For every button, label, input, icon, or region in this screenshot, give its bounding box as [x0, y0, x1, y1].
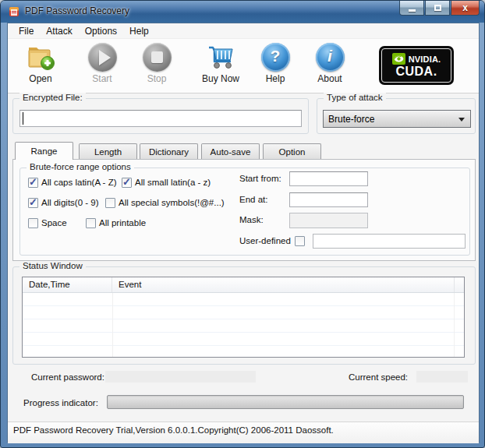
maximize-button[interactable]	[425, 1, 450, 16]
encrypted-file-group: Encrypted File:	[12, 98, 309, 134]
titlebar[interactable]: PDF Password Recovery x	[1, 1, 484, 23]
status-window-group: Status Window Date,Time Event	[12, 266, 476, 365]
brute-force-options-label: Brute-force range options	[27, 162, 134, 171]
maximize-icon	[434, 5, 441, 11]
menu-bar: File Attack Options Help	[8, 23, 479, 39]
open-label: Open	[29, 73, 51, 84]
checkbox-all-caps-latin[interactable]: All caps latin(A - Z)	[28, 177, 117, 188]
brute-force-options-group: Brute-force range options All caps latin…	[19, 168, 470, 256]
encrypted-file-group-label: Encrypted File:	[19, 93, 86, 102]
checkbox-box[interactable]	[122, 178, 132, 188]
table-row	[23, 306, 464, 319]
status-table[interactable]: Date,Time Event	[22, 277, 465, 358]
tab-option[interactable]: Option	[263, 143, 321, 159]
column-header-event[interactable]: Event	[112, 277, 455, 292]
current-speed-label: Current speed:	[349, 372, 408, 382]
tab-range[interactable]: Range	[15, 142, 73, 160]
help-button[interactable]: ? Help	[251, 43, 299, 90]
app-window: PDF Password Recovery x File Attack Opti…	[0, 0, 485, 448]
status-table-header: Date,Time Event	[23, 277, 464, 293]
cuda-product-text: CUDA.	[395, 65, 437, 78]
end-at-label: End at:	[239, 195, 267, 204]
status-bar-text: PDF Password Recovery Trial,Version 6.0.…	[13, 425, 334, 435]
menu-file[interactable]: File	[13, 24, 39, 38]
window-controls: x	[399, 1, 480, 16]
start-label: Start	[92, 73, 112, 84]
stop-icon	[143, 43, 172, 72]
checkbox-all-printable[interactable]: All printable	[86, 217, 146, 228]
progress-bar	[107, 395, 464, 409]
table-row	[23, 319, 464, 333]
menu-options[interactable]: Options	[80, 24, 122, 38]
start-from-input[interactable]	[289, 171, 368, 186]
help-label: Help	[266, 73, 285, 84]
close-button[interactable]: x	[451, 1, 480, 16]
column-divider	[112, 293, 113, 357]
status-window-label: Status Window	[19, 261, 86, 270]
checkbox-all-small-latin[interactable]: All small latin(a - z)	[122, 177, 211, 188]
start-icon	[88, 43, 117, 72]
column-header-datetime[interactable]: Date,Time	[23, 277, 112, 292]
column-header-spacer	[455, 277, 464, 292]
shopping-cart-icon	[204, 43, 237, 72]
user-defined-label: User-defined	[239, 236, 291, 245]
menu-help[interactable]: Help	[124, 24, 154, 38]
checkbox-box[interactable]	[28, 218, 38, 228]
about-label: About	[317, 73, 342, 84]
toolbar: Open Start Stop	[8, 39, 479, 93]
buy-now-button[interactable]: Buy Now	[193, 43, 248, 90]
encrypted-file-input[interactable]	[19, 110, 302, 127]
table-row	[23, 333, 464, 346]
stop-label: Stop	[147, 73, 167, 84]
tab-auto-save[interactable]: Auto-save	[201, 143, 260, 159]
attack-type-dropdown[interactable]: Brute-force	[323, 110, 471, 128]
text-caret	[23, 112, 23, 125]
type-of-attack-group: Type of attack Brute-force	[317, 98, 476, 134]
table-row	[23, 346, 464, 358]
chevron-down-icon	[458, 118, 465, 122]
menu-attack[interactable]: Attack	[41, 24, 77, 38]
start-button[interactable]: Start	[78, 43, 126, 90]
current-password-label: Current password:	[31, 372, 104, 382]
nvidia-cuda-badge: NVIDIA. CUDA.	[379, 46, 454, 85]
checkbox-all-special-symbols[interactable]: All special symbols(!@#...)	[105, 197, 225, 208]
nvidia-brand-text: NVIDIA.	[409, 55, 441, 64]
mask-input[interactable]	[289, 213, 368, 228]
checkbox-box[interactable]	[28, 178, 38, 188]
mask-label: Mask:	[239, 215, 264, 224]
window-title: PDF Password Recovery	[25, 1, 129, 23]
checkbox-box[interactable]	[295, 236, 305, 246]
checkbox-box[interactable]	[105, 198, 115, 208]
user-defined-input[interactable]	[313, 234, 466, 249]
stop-button[interactable]: Stop	[133, 43, 181, 90]
tab-dictionary[interactable]: Dictionary	[140, 143, 198, 159]
table-row	[23, 293, 464, 306]
open-button[interactable]: Open	[16, 43, 65, 90]
client-area: File Attack Options Help Open	[7, 23, 480, 443]
minimize-icon	[409, 9, 416, 12]
app-icon	[8, 5, 20, 18]
start-from-label: Start from:	[239, 174, 281, 183]
type-of-attack-group-label: Type of attack	[324, 93, 386, 102]
tab-length[interactable]: Length	[79, 143, 137, 159]
current-speed-value	[416, 371, 468, 383]
status-bar: PDF Password Recovery Trial,Version 6.0.…	[8, 422, 479, 443]
column-divider	[454, 293, 455, 357]
checkbox-box[interactable]	[86, 218, 96, 228]
range-tab-panel: Brute-force range options All caps latin…	[12, 159, 476, 261]
checkbox-all-digits[interactable]: All digits(0 - 9)	[28, 197, 99, 208]
minimize-button[interactable]	[399, 1, 424, 16]
about-icon: i	[316, 43, 345, 72]
checkbox-user-defined[interactable]	[295, 235, 305, 246]
open-folder-icon	[25, 43, 56, 72]
end-at-input[interactable]	[289, 192, 368, 207]
current-password-value	[105, 371, 256, 383]
nvidia-eye-icon	[392, 53, 405, 65]
close-icon: x	[462, 2, 468, 13]
checkbox-box[interactable]	[28, 198, 38, 208]
buy-now-label: Buy Now	[202, 73, 239, 84]
progress-indicator-label: Progress indicator:	[23, 398, 98, 407]
help-icon: ?	[261, 43, 290, 72]
about-button[interactable]: i About	[306, 43, 354, 90]
checkbox-space[interactable]: Space	[28, 217, 67, 228]
